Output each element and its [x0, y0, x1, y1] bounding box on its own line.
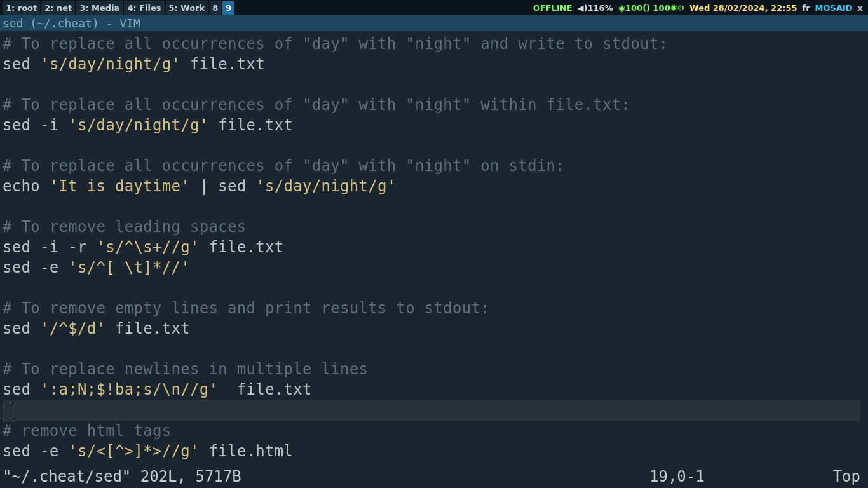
blank-line — [3, 278, 865, 298]
cursor-line — [3, 400, 865, 421]
code-line: # To replace all occurrences of "day" wi… — [3, 156, 865, 176]
keyboard-layout: fr — [802, 3, 810, 13]
workspace-2[interactable]: 2: net — [41, 1, 75, 15]
cursor — [3, 403, 11, 419]
workspace-list: 1: root 2: net 3: Media 4: Files 5: Work… — [3, 1, 236, 15]
code-line: sed ':a;N;$!ba;s/\n//g' file.txt — [3, 379, 865, 400]
code-line: sed -i -r 's/^\s+//g' file.txt — [3, 237, 865, 257]
vim-cursor-pos: 19,0-1 — [649, 468, 815, 485]
blank-line — [3, 339, 865, 359]
status-right: OFFLINE ◀)116% ◉100() 100✺⚙ Wed 28/02/20… — [533, 3, 865, 13]
blank-line — [3, 196, 865, 217]
vim-file-info: "~/.cheat/sed" 202L, 5717B — [3, 468, 649, 485]
code-line: sed -e 's/^[ \t]*//' — [3, 257, 865, 278]
battery-indicator: ◉100() 100✺⚙ — [618, 3, 685, 13]
workspace-9[interactable]: 9 — [222, 1, 234, 15]
code-line: sed -i 's/day/night/g' file.txt — [3, 115, 865, 135]
code-line: sed 's/day/night/g' file.txt — [3, 54, 865, 74]
workspace-1[interactable]: 1: root — [3, 1, 40, 15]
user-label: MOSAID — [815, 3, 853, 13]
close-icon[interactable]: x — [858, 3, 865, 13]
workspace-4[interactable]: 4: Files — [124, 1, 164, 15]
network-status: OFFLINE — [533, 3, 573, 13]
vim-scroll-pos: Top — [815, 468, 865, 485]
code-line: # To replace all occurrences of "day" wi… — [3, 95, 865, 115]
window-title: sed (~/.cheat) - VIM — [0, 15, 868, 31]
status-bar: 1: root 2: net 3: Media 4: Files 5: Work… — [0, 0, 868, 15]
code-line: sed '/^$/d' file.txt — [3, 318, 865, 339]
code-line: echo 'It is daytime' | sed 's/day/night/… — [3, 176, 865, 196]
code-line: # remove html tags — [3, 421, 865, 441]
workspace-5[interactable]: 5: Work — [166, 1, 208, 15]
code-line: # To replace all occurrences of "day" wi… — [3, 34, 865, 54]
battery-icon: ◉ — [618, 3, 625, 13]
code-line: # To remove leading spaces — [3, 217, 865, 237]
volume-icon: ◀) — [578, 3, 588, 13]
blank-line — [3, 74, 865, 95]
code-line: sed -e 's/<[^>]*>//g' file.html — [3, 441, 865, 461]
editor-viewport[interactable]: # To replace all occurrences of "day" wi… — [0, 31, 868, 461]
blank-line — [3, 135, 865, 156]
workspace-3[interactable]: 3: Media — [76, 1, 123, 15]
datetime: Wed 28/02/2024, 22:55 — [689, 3, 797, 13]
vim-status-line: "~/.cheat/sed" 202L, 5717B 19,0-1 Top — [3, 468, 865, 485]
code-line: # To replace newlines in multiple lines — [3, 359, 865, 379]
code-line: # To remove empty lines and print result… — [3, 298, 865, 318]
volume-indicator: ◀)116% — [578, 3, 613, 13]
workspace-8[interactable]: 8 — [209, 1, 221, 15]
